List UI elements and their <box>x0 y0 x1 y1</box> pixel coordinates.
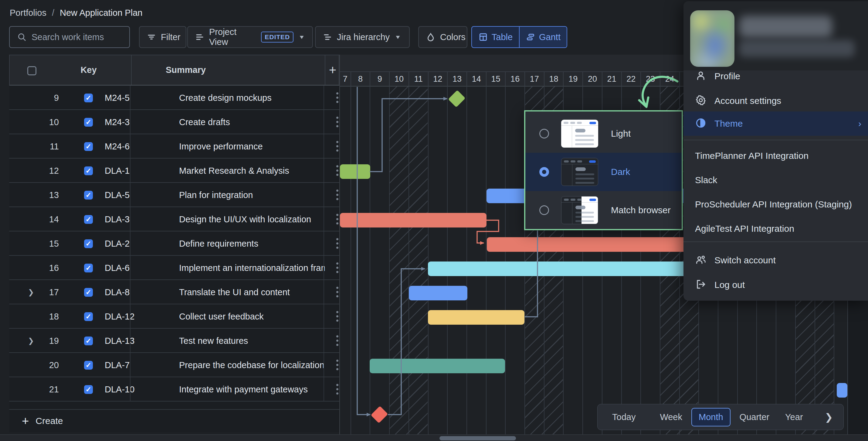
radio-unselected[interactable] <box>539 205 549 215</box>
user-menu-integration[interactable]: ProScheduler API Integration (Staging) <box>695 192 859 216</box>
timeline-day-cell[interactable]: 17 <box>524 71 544 87</box>
row-checkbox[interactable]: ✓ <box>84 336 93 345</box>
row-kebab-menu-icon[interactable] <box>336 141 339 152</box>
theme-option-dark[interactable]: Dark <box>525 153 682 191</box>
project-view-dropdown[interactable]: Project View EDITED ▼ <box>187 26 313 48</box>
user-menu-item-theme[interactable]: Theme› <box>683 112 868 136</box>
row-key[interactable]: DLA-5 <box>105 183 130 207</box>
timeline-day-cell[interactable]: 11 <box>408 71 428 87</box>
timeline-day-cell[interactable]: 16 <box>505 71 524 87</box>
expand-chevron-icon[interactable]: ❯ <box>28 280 34 304</box>
user-menu-item-account-settings[interactable]: Account settings <box>683 89 868 113</box>
row-summary[interactable]: Market Research & Analysis <box>179 158 289 183</box>
row-kebab-menu-icon[interactable] <box>336 214 339 225</box>
row-kebab-menu-icon[interactable] <box>336 92 339 103</box>
timeline-day-cell[interactable]: 14 <box>466 71 486 87</box>
row-key[interactable]: DLA-8 <box>105 280 130 304</box>
table-row[interactable]: 12✓DLA-1Market Research & Analysis <box>9 158 339 183</box>
row-checkbox[interactable]: ✓ <box>84 142 93 151</box>
timeline-day-cell[interactable]: 20 <box>582 71 602 87</box>
gantt-bar-DLA-7[interactable] <box>370 359 505 373</box>
timeline-day-cell[interactable]: 15 <box>486 71 505 87</box>
row-summary[interactable]: Translate the UI and content <box>179 280 290 304</box>
theme-option-split[interactable]: Match browser <box>525 191 682 229</box>
table-row[interactable]: 21✓DLA-10Integrate with payment gateways <box>9 377 339 402</box>
row-summary[interactable]: Create design mockups <box>179 86 272 110</box>
column-header-summary[interactable]: Summary <box>140 55 231 85</box>
row-summary[interactable]: Implement an internationalization framew… <box>179 256 325 280</box>
filter-button[interactable]: Filter <box>139 26 186 48</box>
row-summary[interactable]: Improve performance <box>179 134 263 158</box>
row-summary[interactable]: Collect user feedback <box>179 304 264 329</box>
user-menu-integration[interactable]: TimePlanner API Integration <box>695 144 859 168</box>
gantt-bar-DLA-6[interactable] <box>428 262 690 276</box>
row-kebab-menu-icon[interactable] <box>336 384 339 394</box>
row-kebab-menu-icon[interactable] <box>336 165 339 176</box>
row-summary[interactable]: Define requirements <box>179 231 258 256</box>
row-summary[interactable]: Prepare the codebase for localization <box>179 353 324 377</box>
select-all-checkbox[interactable] <box>27 66 36 75</box>
theme-option-light[interactable]: Light <box>525 115 682 153</box>
row-kebab-menu-icon[interactable] <box>336 287 339 297</box>
table-row[interactable]: 14✓DLA-3Design the UI/UX with localizati… <box>9 207 339 231</box>
row-kebab-menu-icon[interactable] <box>336 189 339 200</box>
row-kebab-menu-icon[interactable] <box>336 238 339 249</box>
search-input[interactable]: Search work items <box>9 26 130 48</box>
row-checkbox[interactable]: ✓ <box>84 264 93 272</box>
timescale-next-chevron[interactable]: ❯ <box>820 411 837 423</box>
timescale-quarter[interactable]: Quarter <box>733 409 776 426</box>
radio-selected[interactable] <box>539 167 549 177</box>
row-kebab-menu-icon[interactable] <box>336 117 339 127</box>
row-kebab-menu-icon[interactable] <box>336 335 339 346</box>
timeline-day-cell[interactable]: 24 <box>660 71 679 87</box>
row-checkbox[interactable]: ✓ <box>84 191 93 200</box>
timescale-year[interactable]: Year <box>778 409 810 426</box>
table-row[interactable]: ❯19✓DLA-13Test new features <box>9 329 339 353</box>
row-key[interactable]: DLA-3 <box>105 207 130 231</box>
colors-button[interactable]: Colors <box>418 26 467 48</box>
row-checkbox[interactable]: ✓ <box>84 167 93 175</box>
row-summary[interactable]: Integrate with payment gateways <box>179 377 308 402</box>
row-checkbox[interactable]: ✓ <box>84 239 93 248</box>
radio-unselected[interactable] <box>539 129 549 139</box>
gantt-bar-DLA-10[interactable] <box>837 383 847 398</box>
row-checkbox[interactable]: ✓ <box>84 385 93 394</box>
table-row[interactable]: ❯17✓DLA-8Translate the UI and content <box>9 280 339 304</box>
timescale-month[interactable]: Month <box>691 408 731 427</box>
milestone-diamond[interactable] <box>448 90 466 108</box>
timeline-day-cell[interactable]: 19 <box>563 71 582 87</box>
gantt-bar-DLA-3[interactable] <box>340 213 487 228</box>
milestone-diamond[interactable] <box>371 406 388 423</box>
timescale-today[interactable]: Today <box>606 409 642 426</box>
timeline-day-cell[interactable]: 21 <box>602 71 621 87</box>
row-key[interactable]: M24-3 <box>105 110 130 134</box>
timeline-day-cell[interactable]: 22 <box>621 71 641 87</box>
timescale-week[interactable]: Week <box>653 409 689 426</box>
timeline-day-cell[interactable]: 12 <box>428 71 447 87</box>
user-menu-item-switch-account[interactable]: Switch account <box>683 248 868 272</box>
row-key[interactable]: DLA-2 <box>105 231 130 256</box>
timeline-day-cell[interactable]: 18 <box>544 71 563 87</box>
user-menu-integration[interactable]: Slack <box>695 168 859 192</box>
breadcrumb-portfolios[interactable]: Portfolios <box>10 8 46 18</box>
expand-chevron-icon[interactable]: ❯ <box>28 329 34 353</box>
row-kebab-menu-icon[interactable] <box>336 311 339 322</box>
table-row[interactable]: 9✓M24-5Create design mockups <box>9 86 339 110</box>
row-key[interactable]: M24-6 <box>105 134 130 158</box>
table-row[interactable]: 11✓M24-6Improve performance <box>9 134 339 158</box>
row-checkbox[interactable]: ✓ <box>84 361 93 370</box>
user-menu-integration[interactable]: AgileTest API Integration <box>695 216 859 241</box>
row-kebab-menu-icon[interactable] <box>336 262 339 273</box>
row-checkbox[interactable]: ✓ <box>84 93 93 102</box>
row-summary[interactable]: Create drafts <box>179 110 230 134</box>
row-key[interactable]: DLA-7 <box>105 353 130 377</box>
row-kebab-menu-icon[interactable] <box>336 360 339 370</box>
timeline-day-cell[interactable]: 7 <box>340 71 350 87</box>
table-row[interactable]: 13✓DLA-5Plan for integration <box>9 183 339 207</box>
row-checkbox[interactable]: ✓ <box>84 312 93 321</box>
add-column-button[interactable]: + <box>326 55 340 85</box>
create-button[interactable]: + Create <box>9 409 339 432</box>
gantt-bar-DLA-8[interactable] <box>409 286 467 300</box>
row-summary[interactable]: Test new features <box>179 329 248 353</box>
gantt-bar-DLA-2[interactable] <box>487 237 690 252</box>
